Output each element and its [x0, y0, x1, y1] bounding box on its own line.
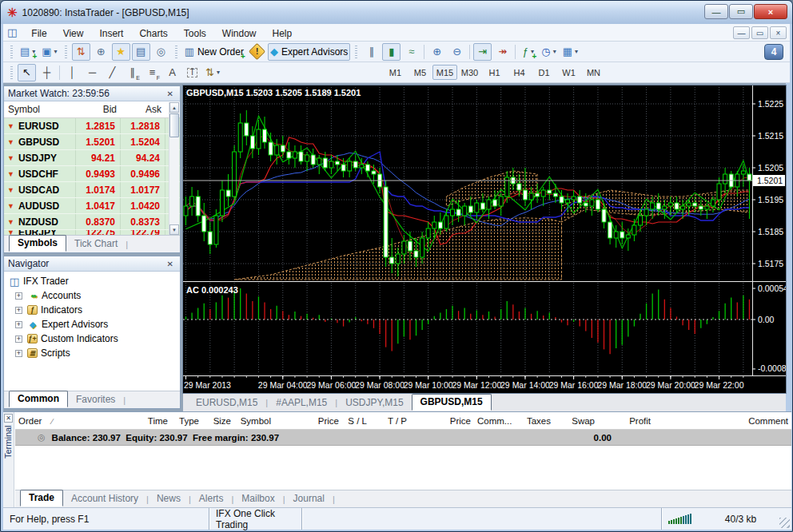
- chart-tab-usdjpy-m15[interactable]: USDJPY,M15: [337, 395, 411, 411]
- trendline-button[interactable]: ╱: [103, 64, 122, 81]
- navigator-root[interactable]: ◫IFX Trader: [4, 274, 180, 288]
- terminal-col-taxes[interactable]: Taxes: [514, 416, 554, 426]
- menu-insert[interactable]: Insert: [91, 26, 131, 42]
- indicators-list-button[interactable]: ƒ+▾: [519, 43, 537, 61]
- scroll-thumb[interactable]: [169, 113, 179, 137]
- terminal-col-price[interactable]: Price: [274, 416, 342, 426]
- toolbar-grip[interactable]: [10, 66, 13, 79]
- restore-button[interactable]: ▭: [729, 4, 753, 19]
- market-watch-row-audusd[interactable]: ▼AUDUSD1.04171.0420: [4, 198, 180, 214]
- expand-plus-icon[interactable]: +: [15, 335, 22, 343]
- terminal-col-size[interactable]: Size: [202, 416, 234, 426]
- market-watch-row-usdcad[interactable]: ▼USDCAD1.01741.0177: [4, 182, 180, 198]
- expert-advisors-button[interactable]: ◆Expert Advisors: [268, 43, 350, 61]
- navigator-item-indicators[interactable]: +ƒIndicators: [4, 303, 180, 317]
- timeframe-H4[interactable]: H4: [507, 65, 532, 80]
- cursor-button[interactable]: ↖: [18, 64, 36, 81]
- chart-tab-gbpusd-m15[interactable]: GBPUSD,M15: [412, 394, 492, 411]
- terminal-toggle-button[interactable]: ▤: [132, 43, 150, 61]
- mdi-minimize-button[interactable]: —: [733, 26, 750, 39]
- title-bar[interactable]: ✳ 1020890: InstaTrader - [GBPUSD,M15] —▭…: [1, 1, 792, 24]
- terminal-col-price[interactable]: Price: [410, 416, 474, 426]
- timeframe-M15[interactable]: M15: [432, 65, 457, 80]
- market-watch-col-ask[interactable]: Ask: [121, 104, 165, 115]
- timeframe-W1[interactable]: W1: [556, 65, 581, 80]
- timeframe-M30[interactable]: M30: [457, 65, 482, 80]
- navigator-item-accounts[interactable]: +●●Accounts: [4, 288, 180, 303]
- timeframe-H1[interactable]: H1: [482, 65, 507, 80]
- market-watch-tab-tick-chart[interactable]: Tick Chart: [66, 236, 126, 252]
- balance-row[interactable]: ◎ Balance: 230.97 Equity: 230.97 Free ma…: [15, 430, 791, 446]
- terminal-col-time[interactable]: Time: [111, 416, 171, 426]
- terminal-col-swap[interactable]: Swap: [554, 416, 598, 426]
- menu-view[interactable]: View: [55, 26, 92, 42]
- navigator-caption[interactable]: Navigator ✕: [4, 256, 180, 272]
- expand-plus-icon[interactable]: +: [15, 292, 22, 300]
- navigator-item-custom-indicators[interactable]: +ƒ+Custom Indicators: [4, 332, 180, 346]
- terminal-tab-journal[interactable]: Journal: [285, 491, 333, 506]
- close-icon[interactable]: ✕: [4, 414, 13, 423]
- text-label-button[interactable]: T: [183, 64, 201, 81]
- menu-tools[interactable]: Tools: [176, 26, 214, 42]
- navigator-item-scripts[interactable]: +≣Scripts: [4, 346, 180, 360]
- equidistant-channel-button[interactable]: ∥E: [123, 64, 141, 81]
- menu-help[interactable]: Help: [265, 26, 301, 42]
- terminal-col-profit[interactable]: Profit: [598, 416, 654, 426]
- terminal-col-symbol[interactable]: Symbol: [234, 416, 274, 426]
- price-chart[interactable]: 1.52251.52151.52051.51951.51851.51751.52…: [183, 85, 786, 393]
- terminal-col-t-p[interactable]: T / P: [370, 416, 410, 426]
- terminal-col-comment[interactable]: Comment: [654, 416, 791, 426]
- terminal-tab-news[interactable]: News: [149, 491, 189, 506]
- terminal-tab-account-history[interactable]: Account History: [63, 491, 146, 506]
- market-watch-row-usdchf[interactable]: ▼USDCHF0.94930.9496: [4, 166, 180, 182]
- close-icon[interactable]: ✕: [165, 89, 176, 98]
- mdi-restore-button[interactable]: ▭: [751, 26, 768, 39]
- scroll-down-icon[interactable]: ▼: [169, 224, 179, 235]
- crosshair-button[interactable]: ┼: [38, 64, 56, 81]
- market-watch-col-symbol[interactable]: Symbol: [4, 104, 76, 115]
- market-watch-toggle-button[interactable]: ⇅: [72, 43, 90, 61]
- resize-grip[interactable]: [779, 518, 790, 528]
- timeframe-M1[interactable]: M1: [383, 65, 408, 80]
- data-window-button[interactable]: ⊕: [92, 43, 110, 61]
- templates-button[interactable]: ▦▾: [560, 43, 580, 61]
- menu-window[interactable]: Window: [214, 26, 265, 42]
- expand-plus-icon[interactable]: +: [15, 307, 22, 314]
- navigator-tab-favorites[interactable]: Favorites: [68, 392, 123, 407]
- market-watch-tab-symbols[interactable]: Symbols: [9, 235, 66, 252]
- market-watch-row-nzdusd[interactable]: ▼NZDUSD0.83700.8373: [4, 214, 180, 230]
- zoom-in-button[interactable]: ⊕: [428, 43, 446, 61]
- terminal-col-type[interactable]: Type: [171, 416, 202, 426]
- market-watch-col-bid[interactable]: Bid: [76, 104, 121, 115]
- navigator-item-experts[interactable]: +◆Expert Advisors: [4, 317, 180, 332]
- terminal-tab-mailbox[interactable]: Mailbox: [233, 491, 282, 506]
- market-watch-scrollbar[interactable]: ▲▼: [169, 102, 179, 235]
- market-watch-row-eurusd[interactable]: ▼EURUSD1.28151.2818: [4, 118, 180, 134]
- market-watch-caption[interactable]: Market Watch: 23:59:56 ✕: [4, 86, 180, 101]
- timeframe-M5[interactable]: M5: [408, 65, 432, 80]
- alert-button[interactable]: !: [248, 43, 266, 61]
- fibonacci-button[interactable]: ≡F: [143, 64, 161, 81]
- toolbar-grip[interactable]: [10, 46, 13, 58]
- periods-button[interactable]: ◷▾: [539, 43, 558, 61]
- terminal-col-comm-[interactable]: Comm...: [474, 416, 514, 426]
- market-watch-row-gbpusd[interactable]: ▼GBPUSD1.52011.5204: [4, 134, 180, 150]
- navigator-toggle-button[interactable]: ★: [112, 43, 130, 61]
- terminal-col-s-l[interactable]: S / L: [342, 416, 370, 426]
- arrows-button[interactable]: ⇅▾: [203, 64, 222, 81]
- toolbar-grip[interactable]: [65, 46, 67, 58]
- timeframe-D1[interactable]: D1: [532, 65, 556, 80]
- chart-tab-eurusd-m15[interactable]: EURUSD,M15: [188, 395, 265, 411]
- navigator-tab-common[interactable]: Common: [9, 391, 68, 407]
- zoom-out-button[interactable]: ⊖: [448, 43, 466, 61]
- auto-scroll-button[interactable]: ⇥: [473, 43, 492, 61]
- menu-file[interactable]: File: [23, 26, 54, 42]
- terminal-col-order[interactable]: Order∕: [15, 416, 111, 426]
- scroll-up-icon[interactable]: ▲: [169, 102, 179, 113]
- expand-plus-icon[interactable]: +: [15, 321, 22, 328]
- minimize-button[interactable]: —: [704, 4, 728, 19]
- text-button[interactable]: A: [163, 64, 181, 81]
- strategy-tester-button[interactable]: ◎: [152, 43, 170, 61]
- bar-chart-button[interactable]: ∥: [362, 43, 381, 61]
- horizontal-line-button[interactable]: ─: [83, 64, 102, 81]
